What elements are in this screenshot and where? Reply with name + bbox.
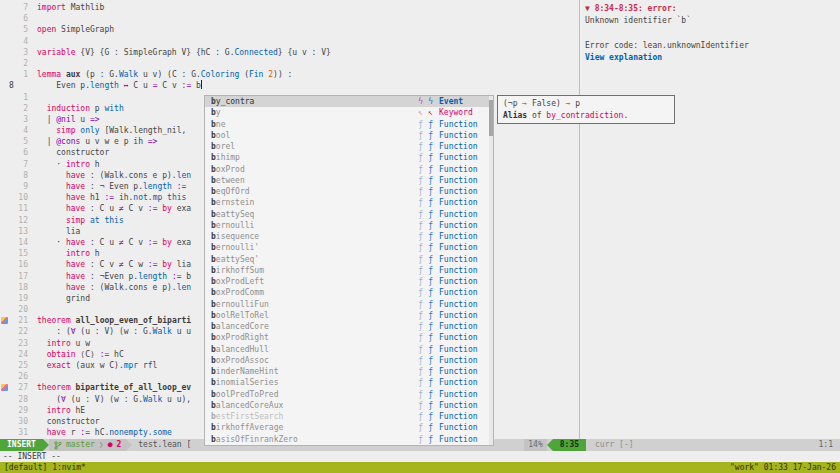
code-line[interactable]: 1lemma aux (p : G.Walk u v) (C : G.Color… [0,69,578,80]
completion-item[interactable]: boxProdCommƒƒFunction [205,287,493,298]
code-line[interactable]: 5open SimpleGraph [0,24,578,35]
completion-item[interactable]: bernoulliFunƒƒFunction [205,299,493,310]
code-segment: SimpleGraph [56,25,114,34]
completion-item[interactable]: bihimpƒƒFunction [205,152,493,163]
buffer-info: curr [-] [586,439,634,451]
code-segment: rfl [138,361,157,370]
completion-item[interactable]: boolƒƒFunction [205,130,493,141]
code-line[interactable]: 4 [0,36,578,47]
sign-column [0,47,9,58]
completion-item[interactable]: bestFirstSearchƒƒFunction [205,411,493,422]
completion-item-kind: Function [439,255,481,264]
code-segment: lia [172,260,191,269]
sign-column [0,304,9,315]
event-kind-icon: ϟ [418,97,423,106]
code-segment: ( [37,395,61,404]
sign-column [0,24,9,35]
code-segment: lemma [37,70,61,79]
completion-scrollbar-thumb[interactable] [489,100,493,136]
completion-item-label: bernoulli' [211,243,418,252]
code-segment [37,126,56,135]
completion-item[interactable]: boolRelToRelƒƒFunction [205,310,493,321]
completion-item-label: bestFirstSearch [211,412,418,421]
completion-item-text: etween [216,176,245,185]
completion-item-label: binderNameHint [211,367,418,376]
code-segment: intro [66,160,90,169]
completion-item[interactable]: boxProdLeftƒƒFunction [205,276,493,287]
code-segment: by_contradiction [546,111,623,120]
completion-item[interactable]: birkhoffSumƒƒFunction [205,265,493,276]
tmux-session-window[interactable]: [default] 1:nvim* [4,462,86,473]
line-number: 1 [9,69,28,80]
code-segment: mpr [124,361,138,370]
code-segment: import [37,3,66,12]
completion-item[interactable]: bernoulli'ƒƒFunction [205,242,493,253]
code-line[interactable]: 7import Mathlib [0,2,578,13]
code-segment [37,193,66,202]
line-number: 27 [9,382,28,393]
code-segment: u u [172,327,191,336]
completion-item[interactable]: basisOfFinrankZeroƒƒFunction [205,434,493,445]
completion-doc-popup: (¬p → False) → pAlias of by_contradictio… [497,95,675,124]
completion-item-kind: Function [439,153,481,162]
view-explanation-link[interactable]: View explanation [585,53,662,62]
completion-item[interactable]: birkhoffAverageƒƒFunction [205,422,493,433]
completion-scrollbar-track[interactable] [489,96,493,445]
infoview-line: Unknown identifier `b` [585,15,840,27]
function-kind-icon: ƒ [428,187,433,196]
code-segment: u u), [162,395,191,404]
code-text: have : ¬Even p.length := b [37,271,191,282]
code-line[interactable]: 3variable {V} {G : SimpleGraph V} {hC : … [0,47,578,58]
code-segment [37,260,66,269]
function-kind-icon: ƒ [418,221,423,230]
git-changes-count: 2 [116,439,121,451]
completion-item[interactable]: betweenƒƒFunction [205,175,493,186]
completion-item[interactable]: by_contraϟϟEvent [205,96,493,107]
code-segment: (p : G. [80,70,119,79]
completion-item[interactable]: borelƒƒFunction [205,141,493,152]
line-number: 22 [9,326,28,337]
function-kind-icon: ƒ [428,221,433,230]
line-number: 5 [9,136,28,147]
code-segment: Mathlib [66,3,105,12]
completion-item[interactable]: boxProdRightƒƒFunction [205,332,493,343]
code-line[interactable]: 6 [0,13,578,24]
completion-item[interactable]: by↖↖Keyword [205,107,493,118]
completion-item-label: birkhoffSum [211,266,418,275]
completion-item[interactable]: balancedCoreAuxƒƒFunction [205,400,493,411]
completion-item[interactable]: bernoulliƒƒFunction [205,220,493,231]
completion-item-label: balancedCore [211,322,418,331]
infoview-line: View explanation [585,52,840,64]
code-line[interactable]: 2 [0,58,578,69]
code-text: have h1 := ih.not.mp this [37,192,186,203]
completion-item[interactable]: bernsteinƒƒFunction [205,197,493,208]
code-segment: only [80,126,99,135]
completion-item[interactable]: binomialSeriesƒƒFunction [205,377,493,388]
function-kind-icon: ƒ [428,300,433,309]
completion-item-kind: Function [439,277,481,286]
completion-item[interactable]: beattySeqƒƒFunction [205,209,493,220]
tmux-status-bar: [default] 1:nvim* "work" 01:33 17-Jan-26 [0,462,840,473]
completion-item[interactable]: binderNameHintƒƒFunction [205,366,493,377]
sign-column [0,271,9,282]
code-segment: bipartite_of_all_loop_ev [76,383,192,392]
completion-item[interactable]: balancedCoreƒƒFunction [205,321,493,332]
code-segment: : (Walk.cons e p). [85,283,177,292]
completion-item[interactable]: boxProdAssocƒƒFunction [205,355,493,366]
completion-item[interactable]: bneƒƒFunction [205,119,493,130]
code-segment: := [104,193,114,202]
completion-item[interactable]: balancedHullƒƒFunction [205,344,493,355]
code-text: lemma aux (p : G.Walk u v) (C : G.Colori… [37,69,292,80]
code-text: Even p.length ↔ C u = C v := b [37,80,202,91]
completion-item[interactable]: bisequenceƒƒFunction [205,231,493,242]
completion-item-text: ihimp [216,153,240,162]
line-number: 4 [9,125,28,136]
completion-item[interactable]: beqOfOrdƒƒFunction [205,186,493,197]
completion-item[interactable]: boolPredToPredƒƒFunction [205,389,493,400]
code-segment: ( [239,70,249,79]
completion-item[interactable]: boxProdƒƒFunction [205,164,493,175]
completion-item[interactable]: beattySeq'ƒƒFunction [205,254,493,265]
completion-item-kind: Function [439,198,481,207]
code-line[interactable]: 8 Even p.length ↔ C u = C v := b [0,80,578,91]
function-kind-icon: ƒ [428,311,433,320]
